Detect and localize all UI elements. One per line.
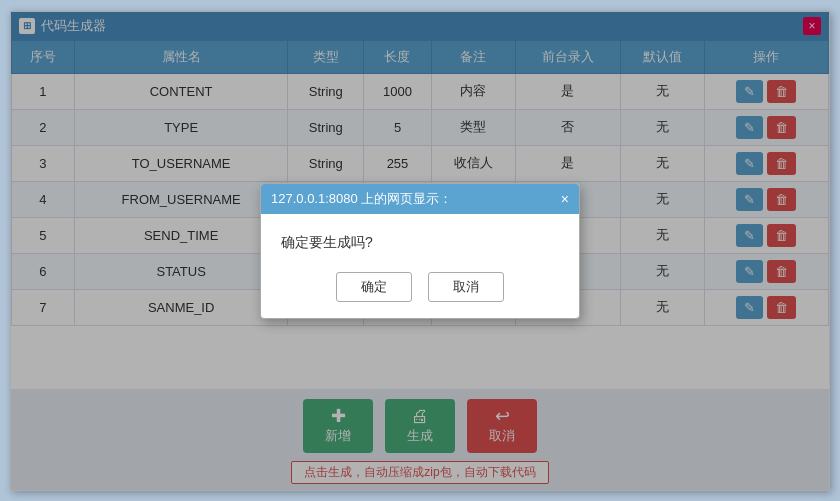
modal-title: 127.0.0.1:8080 上的网页显示： [271, 190, 452, 208]
modal-cancel-button[interactable]: 取消 [428, 272, 504, 302]
modal-title-bar: 127.0.0.1:8080 上的网页显示： × [261, 184, 579, 214]
modal-body: 确定要生成吗? [261, 214, 579, 264]
modal-message: 确定要生成吗? [281, 234, 373, 250]
modal-dialog: 127.0.0.1:8080 上的网页显示： × 确定要生成吗? 确定 取消 [260, 183, 580, 319]
modal-close-button[interactable]: × [561, 191, 569, 207]
main-window: ⊞ 代码生成器 × 序号 属性名 类型 长度 备注 前台录入 默认值 操作 1C… [10, 11, 830, 491]
modal-overlay: 127.0.0.1:8080 上的网页显示： × 确定要生成吗? 确定 取消 [11, 12, 829, 490]
modal-footer: 确定 取消 [261, 264, 579, 318]
modal-ok-button[interactable]: 确定 [336, 272, 412, 302]
